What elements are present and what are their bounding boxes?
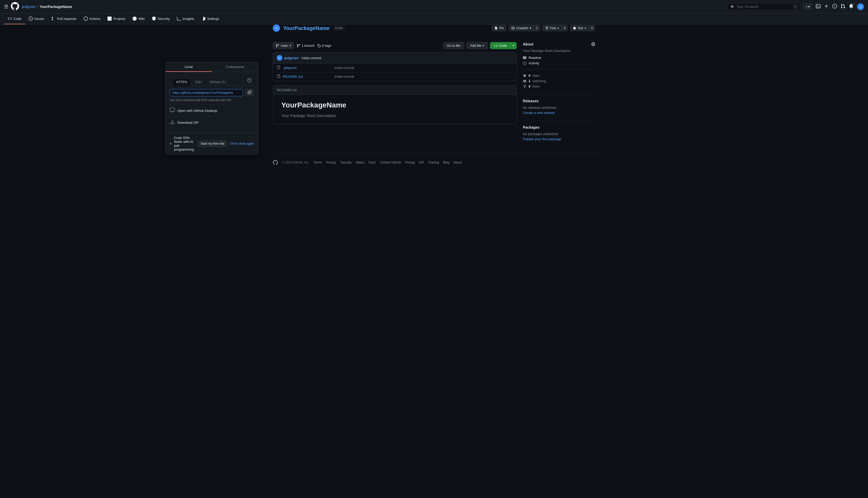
create-icon[interactable] — [824, 4, 829, 9]
tab-insights[interactable]: Insights — [173, 13, 198, 24]
tab-settings[interactable]: Settings — [198, 13, 223, 24]
commit-user[interactable]: jedgroev — [285, 56, 298, 60]
fork-count[interactable]: 0 — [562, 25, 568, 31]
footer-training[interactable]: Training — [428, 161, 439, 164]
breadcrumb: jedgroev / YourPackageName — [22, 5, 72, 9]
goto-file-button[interactable]: Go to file — [443, 42, 464, 49]
file-commit: Initial commit — [334, 75, 513, 79]
tab-wiki[interactable]: Wiki — [129, 13, 148, 24]
new-button[interactable]: + ▾ — [803, 3, 812, 10]
github-logo[interactable] — [11, 2, 19, 11]
watching-stat[interactable]: 1 watching — [523, 79, 595, 83]
clone-hint: Use Git or checkout with SVN using the w… — [170, 99, 254, 102]
releases-title[interactable]: Releases — [523, 99, 539, 103]
watch-count[interactable]: 1 — [534, 25, 540, 31]
breadcrumb-user[interactable]: jedgroev — [22, 5, 36, 9]
cli-tab[interactable]: GitHub CLI — [206, 78, 230, 86]
tab-projects[interactable]: Projects — [104, 13, 129, 24]
footer-docs[interactable]: Docs — [369, 161, 376, 164]
download-zip-action[interactable]: Download ZIP — [170, 117, 254, 128]
dismiss-link[interactable]: Don't show again — [230, 142, 254, 145]
right-sidebar: About Your Package Short Description Rea… — [523, 42, 595, 147]
tab-actions[interactable]: Actions — [80, 13, 104, 24]
branch-icon — [276, 44, 279, 48]
tab-pullrequests[interactable]: Pull requests — [48, 13, 80, 24]
footer-contact[interactable]: Contact GitHub — [380, 161, 401, 164]
releases-none: No releases published — [523, 106, 595, 109]
file-name[interactable]: .gitignore — [283, 66, 334, 70]
unwatch-button[interactable]: Unwatch ▾ — [509, 25, 534, 31]
readme-content: YourPackageName Your Package Short Descr… — [273, 95, 516, 124]
activity-link[interactable]: Activity — [523, 61, 595, 65]
clone-url-input[interactable] — [170, 89, 243, 96]
clone-dropdown: Local Codespaces HTTPS SSH GitHub CLI — [165, 62, 258, 155]
tab-security[interactable]: Security — [148, 13, 173, 24]
issues-icon[interactable] — [832, 4, 837, 9]
repo-title[interactable]: YourPackageName — [283, 25, 330, 31]
notifications-icon[interactable] — [849, 4, 854, 9]
codespaces-tab[interactable]: Codespaces — [212, 62, 258, 72]
trial-button[interactable]: Start my free trial — [197, 140, 227, 147]
tab-issues[interactable]: Issues — [25, 13, 48, 24]
clone-help-icon[interactable] — [247, 78, 251, 82]
footer-status[interactable]: Status — [356, 161, 365, 164]
add-file-button[interactable]: Add file ▾ — [466, 42, 488, 49]
ai-banner: Code 55% faster with AI pair programming… — [166, 132, 258, 155]
packages-title[interactable]: Packages — [523, 125, 540, 129]
download-zip-text: Download ZIP — [177, 121, 199, 124]
actions-icon — [84, 16, 88, 21]
search-bar[interactable]: Type / to search / — [728, 3, 800, 10]
about-title: About — [523, 42, 533, 46]
https-tab[interactable]: HTTPS — [172, 78, 191, 86]
download-icon — [170, 119, 175, 126]
footer-logo — [273, 160, 278, 165]
readme-header: README.md — [273, 86, 516, 95]
code-caret-button[interactable]: ▾ — [511, 42, 517, 49]
packages-section: Packages No packages published Publish y… — [523, 125, 595, 141]
readme-title: YourPackageName — [281, 101, 508, 109]
file-commit: Initial commit — [334, 66, 513, 70]
footer-blog[interactable]: Blog — [443, 161, 449, 164]
tab-code[interactable]: Code — [4, 13, 25, 24]
create-release-link[interactable]: Create a new release — [523, 111, 555, 115]
pr-icon[interactable] — [841, 4, 845, 9]
user-avatar[interactable]: J — [857, 3, 864, 10]
star-button[interactable]: Star ▾ — [570, 25, 589, 31]
star-count[interactable]: 0 — [589, 25, 595, 31]
breadcrumb-repo[interactable]: YourPackageName — [40, 5, 73, 9]
gear-icon[interactable] — [591, 42, 595, 46]
code-button[interactable]: Code — [490, 42, 511, 49]
hamburger-icon[interactable]: ☰ — [4, 4, 8, 10]
branch-count[interactable]: 1 branch — [297, 44, 315, 48]
pr-tab-icon — [51, 16, 55, 21]
issues-tab-icon — [29, 16, 33, 21]
forks-stat[interactable]: 0 forks — [523, 84, 595, 88]
footer-privacy[interactable]: Privacy — [326, 161, 336, 164]
file-icon — [277, 74, 280, 79]
footer-about[interactable]: About — [453, 161, 461, 164]
projects-icon — [107, 16, 111, 21]
branch-bar-right: Go to file Add file ▾ Code ▾ — [443, 42, 517, 49]
about-section: About Your Package Short Description Rea… — [523, 42, 595, 88]
local-tab[interactable]: Local — [166, 62, 212, 72]
tag-count[interactable]: 0 tags — [317, 44, 331, 48]
footer-pricing[interactable]: Pricing — [405, 161, 415, 164]
open-desktop-action[interactable]: Open with GitHub Desktop — [170, 105, 254, 117]
book-icon — [523, 56, 526, 60]
ssh-tab[interactable]: SSH — [191, 78, 206, 86]
file-name[interactable]: README.md — [283, 75, 334, 79]
readme-link[interactable]: Readme — [523, 56, 595, 60]
branch-selector[interactable]: main ▾ — [273, 42, 294, 49]
stars-stat[interactable]: 0 stars — [523, 74, 595, 78]
terminal-icon[interactable] — [816, 4, 820, 9]
pin-button[interactable]: Pin — [491, 25, 506, 31]
fork-button[interactable]: Fork ▾ — [542, 25, 562, 31]
clone-copy-button[interactable] — [245, 89, 254, 96]
publish-package-link[interactable]: Publish your first package — [523, 137, 561, 141]
commit-message: Initial commit — [302, 56, 321, 60]
footer-security[interactable]: Security — [341, 161, 352, 164]
file-table: J jedgroev Initial commit .gitignore Ini… — [273, 52, 517, 81]
packages-none: No packages published — [523, 132, 595, 136]
footer-api[interactable]: API — [419, 161, 424, 164]
footer-terms[interactable]: Terms — [314, 161, 322, 164]
